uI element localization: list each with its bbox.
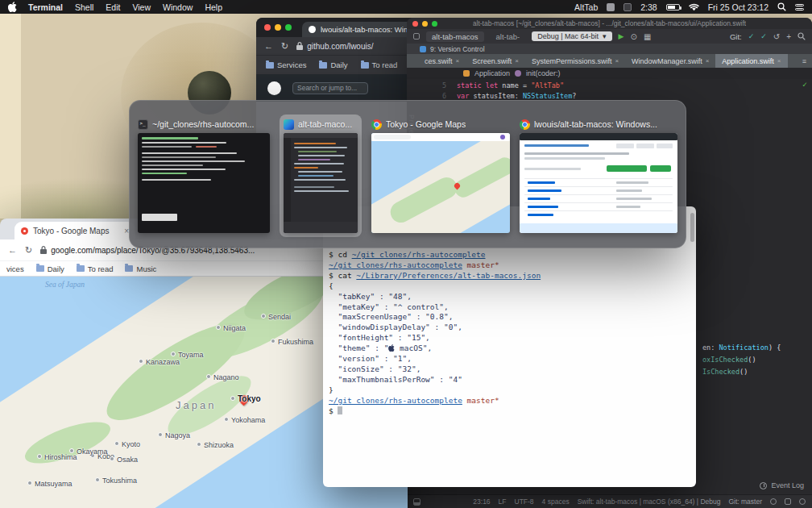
- i: [616, 144, 634, 148]
- i: [298, 151, 337, 152]
- menu-edit[interactable]: Edit: [106, 2, 120, 12]
- apple-menu[interactable]: [8, 2, 17, 12]
- map-label-niigata: Niigata: [216, 324, 246, 332]
- run-button[interactable]: ▶: [619, 32, 624, 40]
- alttab-item-maps[interactable]: Tokyo - Google Maps: [371, 119, 510, 233]
- file-tab-screen-swift[interactable]: Screen.swift×: [466, 54, 525, 68]
- file-tab-ces-swift[interactable]: ces.swift×: [418, 54, 466, 68]
- alttab-menu-item[interactable]: AltTab: [574, 2, 598, 12]
- menu-terminal[interactable]: Terminal: [28, 2, 63, 12]
- settings-icon[interactable]: ▦: [644, 32, 651, 41]
- back-icon[interactable]: ←: [264, 41, 273, 51]
- terminal-line: "maxScreenUsage" : "0.8",: [329, 312, 686, 323]
- bookmark-music[interactable]: Music: [125, 264, 156, 273]
- minimize-window-button[interactable]: [422, 21, 428, 27]
- scrollbar-thumb[interactable]: [690, 213, 694, 242]
- menu-view[interactable]: View: [132, 2, 151, 12]
- close-window-button[interactable]: [412, 21, 418, 27]
- alttab-item-terminal[interactable]: ~/git_clones/rhs-autocom...: [138, 119, 270, 233]
- battery-time: 2:38: [640, 2, 657, 12]
- progress-icon[interactable]: [799, 498, 806, 505]
- version-control-toolwindow-button[interactable]: 9: Version Control: [407, 44, 812, 54]
- file-tab-windowmanager-swift[interactable]: WindowManager.swift×: [625, 54, 715, 68]
- tab-list-menu-icon[interactable]: ≡: [797, 54, 812, 68]
- run-configuration-select[interactable]: Debug | Mac 64-bit ▾: [532, 31, 611, 41]
- browser-tab[interactable]: Tokyo - Google Maps ×: [14, 222, 135, 239]
- event-log-button[interactable]: Event Log: [760, 481, 804, 489]
- close-tab-icon[interactable]: ×: [615, 57, 619, 65]
- ide-titlebar: alt-tab-macos [~/git_clones/alt-tab-maco…: [407, 18, 812, 29]
- tk-json: "windowDisplayDelay" : "0",: [329, 323, 462, 331]
- control-center-icon[interactable]: [795, 4, 804, 10]
- chrome-app-icon: [520, 119, 530, 130]
- back-icon[interactable]: ←: [8, 245, 17, 255]
- i: [142, 137, 198, 139]
- toolbar-right-cluster: Git: ✓ ✓ ↺ +: [730, 32, 806, 41]
- menubar-clock[interactable]: Fri 25 Oct 23:12: [708, 2, 768, 12]
- bookmark-vices[interactable]: vices: [6, 264, 24, 273]
- terminal-output: $ cd ~/git_clones/rhs-autocomplete~/git_…: [329, 250, 686, 417]
- wifi-icon[interactable]: [689, 3, 699, 11]
- github-search-input[interactable]: Search or jump to...: [292, 82, 368, 94]
- alttab-item-github[interactable]: lwouis/alt-tab-macos: Windows...: [520, 119, 677, 233]
- bookmark-daily[interactable]: Daily: [319, 60, 347, 69]
- window-thumbnail-maps[interactable]: [371, 133, 510, 233]
- breadcrumb-method[interactable]: init(coder:): [526, 69, 561, 77]
- code-line-partial: oxIsChecked(): [702, 354, 781, 366]
- menu-extra-icon[interactable]: [607, 3, 615, 11]
- file-encoding[interactable]: UTF-8: [515, 498, 534, 506]
- close-window-button[interactable]: [264, 24, 271, 31]
- zoom-window-button[interactable]: [432, 21, 437, 27]
- lock-indicator-icon[interactable]: [785, 498, 791, 505]
- bookmark-services[interactable]: Services: [266, 60, 306, 69]
- battery-icon[interactable]: [666, 4, 680, 10]
- caret-position[interactable]: 23:16: [473, 498, 490, 506]
- i: [524, 152, 629, 155]
- close-tab-icon[interactable]: ×: [777, 57, 781, 65]
- vcs-update-icon[interactable]: ✓: [748, 32, 755, 40]
- window-thumbnail-terminal[interactable]: [138, 133, 270, 233]
- debug-button[interactable]: ⊙: [630, 32, 636, 41]
- file-tab-application-swift[interactable]: Application.swift×: [715, 54, 787, 68]
- breadcrumb-class[interactable]: Application: [474, 69, 510, 77]
- git-branch[interactable]: Git: master: [728, 498, 762, 506]
- spotlight-search-icon[interactable]: [777, 2, 786, 11]
- github-logo-icon[interactable]: [267, 81, 281, 95]
- file-tab-systempermissions-swift[interactable]: SystemPermissions.swift×: [525, 54, 625, 68]
- project-tab[interactable]: alt-tab-macos: [426, 31, 484, 42]
- reload-icon[interactable]: ↻: [25, 245, 32, 256]
- menu-help[interactable]: Help: [205, 2, 222, 12]
- minimize-window-button[interactable]: [275, 24, 281, 31]
- i: [528, 214, 553, 216]
- add-icon[interactable]: +: [786, 32, 791, 41]
- i: [524, 178, 673, 179]
- alttab-item-ide[interactable]: alt-tab-maco...: [280, 115, 362, 237]
- close-tab-icon[interactable]: ×: [706, 57, 710, 65]
- terminal-window[interactable]: $ cd ~/git_clones/rhs-autocomplete~/git_…: [323, 206, 696, 487]
- search-icon[interactable]: [798, 32, 806, 40]
- vcs-commit-icon[interactable]: ✓: [760, 32, 767, 40]
- bookmark-to-read[interactable]: To read: [361, 60, 398, 69]
- bookmark-to-read[interactable]: To read: [77, 264, 114, 273]
- menu-extra-icon[interactable]: [624, 3, 632, 11]
- line-separator[interactable]: LF: [499, 498, 507, 506]
- address-bar[interactable]: github.com/lwouis/: [296, 42, 373, 51]
- reload-icon[interactable]: ↻: [281, 41, 288, 52]
- folder-icon: [125, 265, 133, 272]
- secondary-project-tab[interactable]: alt-tab-: [491, 31, 526, 42]
- indent-style[interactable]: 4 spaces: [542, 498, 570, 506]
- line-number: 6: [407, 92, 457, 100]
- tk-json: "maxScreenUsage" : "0.8",: [329, 312, 453, 321]
- bookmark-daily[interactable]: Daily: [36, 264, 64, 273]
- menu-window[interactable]: Window: [163, 2, 193, 12]
- history-icon[interactable]: ↺: [773, 32, 780, 41]
- window-thumbnail-ide[interactable]: [284, 133, 358, 233]
- close-tab-icon[interactable]: ×: [456, 57, 460, 65]
- close-tab-icon[interactable]: ×: [515, 57, 519, 65]
- menu-shell[interactable]: Shell: [75, 2, 93, 12]
- zoom-window-button[interactable]: [285, 24, 292, 31]
- notifications-icon[interactable]: [770, 498, 777, 505]
- run-context[interactable]: Swift: alt-tab-macos | macOS (x86_64) | …: [578, 498, 721, 506]
- toolwindow-toggle-icon[interactable]: [413, 498, 420, 506]
- window-thumbnail-github[interactable]: [520, 133, 677, 233]
